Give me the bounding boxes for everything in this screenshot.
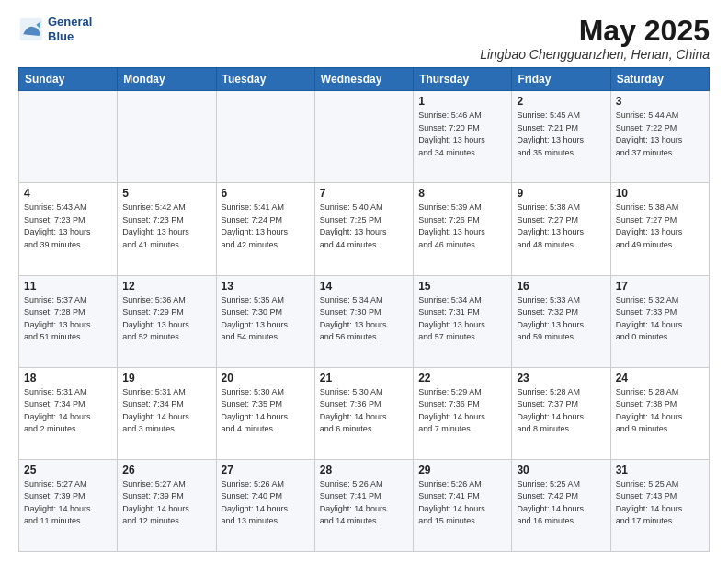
day-info: Sunrise: 5:46 AM Sunset: 7:20 PM Dayligh… [418,109,506,159]
day-info: Sunrise: 5:45 AM Sunset: 7:21 PM Dayligh… [517,109,605,159]
day-number: 22 [418,372,506,385]
day-info: Sunrise: 5:26 AM Sunset: 7:40 PM Dayligh… [222,478,310,528]
calendar-cell: 28Sunrise: 5:26 AM Sunset: 7:41 PM Dayli… [314,459,413,551]
day-number: 12 [122,280,210,293]
day-info: Sunrise: 5:27 AM Sunset: 7:39 PM Dayligh… [122,478,210,528]
calendar-cell: 3Sunrise: 5:44 AM Sunset: 7:22 PM Daylig… [610,91,709,183]
day-info: Sunrise: 5:39 AM Sunset: 7:26 PM Dayligh… [418,201,506,251]
day-info: Sunrise: 5:26 AM Sunset: 7:41 PM Dayligh… [320,478,408,528]
day-info: Sunrise: 5:25 AM Sunset: 7:42 PM Dayligh… [517,478,605,528]
calendar-header-row: SundayMondayTuesdayWednesdayThursdayFrid… [19,68,710,91]
day-number: 19 [122,372,210,385]
calendar-cell: 13Sunrise: 5:35 AM Sunset: 7:30 PM Dayli… [216,275,314,367]
calendar-week-1: 4Sunrise: 5:43 AM Sunset: 7:23 PM Daylig… [19,183,710,275]
calendar-cell [314,91,413,183]
calendar-cell: 25Sunrise: 5:27 AM Sunset: 7:39 PM Dayli… [19,459,118,551]
calendar-header-monday: Monday [118,68,216,91]
day-info: Sunrise: 5:37 AM Sunset: 7:28 PM Dayligh… [24,294,112,344]
month-title: May 2025 [480,15,710,47]
calendar-week-0: 1Sunrise: 5:46 AM Sunset: 7:20 PM Daylig… [19,91,710,183]
day-info: Sunrise: 5:25 AM Sunset: 7:43 PM Dayligh… [616,478,704,528]
day-info: Sunrise: 5:32 AM Sunset: 7:33 PM Dayligh… [616,294,704,344]
day-number: 10 [616,187,704,200]
calendar-cell: 1Sunrise: 5:46 AM Sunset: 7:20 PM Daylig… [414,91,512,183]
calendar-cell: 7Sunrise: 5:40 AM Sunset: 7:25 PM Daylig… [314,183,413,275]
calendar-table: SundayMondayTuesdayWednesdayThursdayFrid… [18,67,710,552]
day-info: Sunrise: 5:28 AM Sunset: 7:38 PM Dayligh… [616,386,704,436]
day-number: 28 [320,464,408,477]
calendar-header-thursday: Thursday [414,68,512,91]
day-number: 4 [24,187,112,200]
calendar-cell: 4Sunrise: 5:43 AM Sunset: 7:23 PM Daylig… [19,183,118,275]
calendar-header-saturday: Saturday [610,68,709,91]
day-info: Sunrise: 5:43 AM Sunset: 7:23 PM Dayligh… [24,201,112,251]
day-number: 2 [517,95,605,108]
day-info: Sunrise: 5:34 AM Sunset: 7:31 PM Dayligh… [418,294,506,344]
calendar-cell: 21Sunrise: 5:30 AM Sunset: 7:36 PM Dayli… [314,367,413,459]
calendar-cell: 26Sunrise: 5:27 AM Sunset: 7:39 PM Dayli… [118,459,216,551]
day-number: 3 [616,95,704,108]
calendar-cell [118,91,216,183]
calendar-cell: 22Sunrise: 5:29 AM Sunset: 7:36 PM Dayli… [414,367,512,459]
day-number: 20 [222,372,310,385]
calendar-week-4: 25Sunrise: 5:27 AM Sunset: 7:39 PM Dayli… [19,459,710,551]
calendar-cell: 19Sunrise: 5:31 AM Sunset: 7:34 PM Dayli… [118,367,216,459]
calendar-cell: 29Sunrise: 5:26 AM Sunset: 7:41 PM Dayli… [414,459,512,551]
day-number: 9 [517,187,605,200]
title-block: May 2025 Lingbao Chengguanzhen, Henan, C… [480,15,710,62]
day-info: Sunrise: 5:33 AM Sunset: 7:32 PM Dayligh… [517,294,605,344]
day-number: 23 [517,372,605,385]
calendar-cell: 9Sunrise: 5:38 AM Sunset: 7:27 PM Daylig… [512,183,610,275]
day-info: Sunrise: 5:41 AM Sunset: 7:24 PM Dayligh… [222,201,310,251]
day-info: Sunrise: 5:38 AM Sunset: 7:27 PM Dayligh… [616,201,704,251]
calendar-cell: 11Sunrise: 5:37 AM Sunset: 7:28 PM Dayli… [19,275,118,367]
day-number: 31 [616,464,704,477]
calendar-cell: 20Sunrise: 5:30 AM Sunset: 7:35 PM Dayli… [216,367,314,459]
day-info: Sunrise: 5:30 AM Sunset: 7:35 PM Dayligh… [222,386,310,436]
logo-icon [18,17,44,42]
day-info: Sunrise: 5:28 AM Sunset: 7:37 PM Dayligh… [517,386,605,436]
day-number: 18 [24,372,112,385]
calendar-cell: 27Sunrise: 5:26 AM Sunset: 7:40 PM Dayli… [216,459,314,551]
day-info: Sunrise: 5:44 AM Sunset: 7:22 PM Dayligh… [616,109,704,159]
calendar-cell: 2Sunrise: 5:45 AM Sunset: 7:21 PM Daylig… [512,91,610,183]
day-info: Sunrise: 5:42 AM Sunset: 7:23 PM Dayligh… [122,201,210,251]
day-number: 7 [320,187,408,200]
calendar-cell: 10Sunrise: 5:38 AM Sunset: 7:27 PM Dayli… [610,183,709,275]
calendar-header-wednesday: Wednesday [314,68,413,91]
day-number: 1 [418,95,506,108]
day-number: 26 [122,464,210,477]
calendar-cell: 16Sunrise: 5:33 AM Sunset: 7:32 PM Dayli… [512,275,610,367]
day-number: 24 [616,372,704,385]
calendar-week-2: 11Sunrise: 5:37 AM Sunset: 7:28 PM Dayli… [19,275,710,367]
day-info: Sunrise: 5:34 AM Sunset: 7:30 PM Dayligh… [320,294,408,344]
day-info: Sunrise: 5:26 AM Sunset: 7:41 PM Dayligh… [418,478,506,528]
day-number: 8 [418,187,506,200]
header: General Blue May 2025 Lingbao Chengguanz… [18,15,710,62]
day-number: 6 [222,187,310,200]
calendar-week-3: 18Sunrise: 5:31 AM Sunset: 7:34 PM Dayli… [19,367,710,459]
day-number: 25 [24,464,112,477]
calendar-cell: 6Sunrise: 5:41 AM Sunset: 7:24 PM Daylig… [216,183,314,275]
calendar-cell: 18Sunrise: 5:31 AM Sunset: 7:34 PM Dayli… [19,367,118,459]
calendar-cell [216,91,314,183]
day-number: 11 [24,280,112,293]
calendar-cell: 5Sunrise: 5:42 AM Sunset: 7:23 PM Daylig… [118,183,216,275]
day-info: Sunrise: 5:30 AM Sunset: 7:36 PM Dayligh… [320,386,408,436]
day-info: Sunrise: 5:38 AM Sunset: 7:27 PM Dayligh… [517,201,605,251]
day-info: Sunrise: 5:40 AM Sunset: 7:25 PM Dayligh… [320,201,408,251]
calendar-cell: 8Sunrise: 5:39 AM Sunset: 7:26 PM Daylig… [414,183,512,275]
day-number: 27 [222,464,310,477]
page: General Blue May 2025 Lingbao Chengguanz… [0,0,728,563]
day-info: Sunrise: 5:31 AM Sunset: 7:34 PM Dayligh… [122,386,210,436]
calendar-cell: 12Sunrise: 5:36 AM Sunset: 7:29 PM Dayli… [118,275,216,367]
logo: General Blue [18,15,92,43]
location: Lingbao Chengguanzhen, Henan, China [480,47,710,62]
calendar-cell [19,91,118,183]
logo-text: General Blue [48,15,92,43]
day-info: Sunrise: 5:36 AM Sunset: 7:29 PM Dayligh… [122,294,210,344]
day-number: 13 [222,280,310,293]
day-info: Sunrise: 5:29 AM Sunset: 7:36 PM Dayligh… [418,386,506,436]
day-number: 15 [418,280,506,293]
calendar-cell: 23Sunrise: 5:28 AM Sunset: 7:37 PM Dayli… [512,367,610,459]
